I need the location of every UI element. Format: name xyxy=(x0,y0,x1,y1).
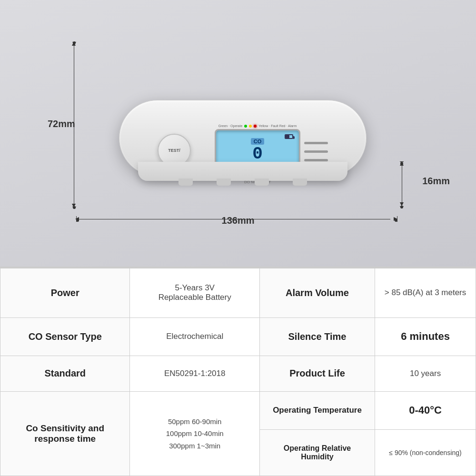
op-temp-label: Operating Temperature xyxy=(259,391,375,429)
silence-time-label: Silence Time xyxy=(259,317,375,356)
table-row: Standard EN50291-1:2018 Product Life 10 … xyxy=(0,356,476,391)
depth-dimension-line xyxy=(402,162,402,207)
width-dimension-label: 136mm xyxy=(222,215,255,226)
yellow-led xyxy=(249,125,252,128)
corner-dot-bll xyxy=(76,219,79,222)
co-label: CO xyxy=(251,138,265,145)
sensitivity-label: Co Sensitivity and response time xyxy=(0,391,130,476)
specs-table: Power 5-Years 3VReplaceable Battery Alar… xyxy=(0,268,476,476)
alarm-volume-label: Alarm Volume xyxy=(259,268,375,318)
product-life-value: 10 years xyxy=(375,356,476,391)
green-led xyxy=(244,125,247,128)
standard-value: EN50291-1:2018 xyxy=(130,356,259,391)
device-base xyxy=(138,162,347,181)
silence-time-value: 6 minutes xyxy=(375,317,476,356)
op-humidity-value: ≤ 90% (non-condensing) xyxy=(375,429,476,476)
corner-dot-brl xyxy=(395,219,397,222)
led-indicators: Green · Operate Yellow · Fault Red · Ala… xyxy=(215,124,300,128)
lcd-reading: 0 xyxy=(252,146,263,163)
red-led xyxy=(254,125,257,128)
co-sensor-value: Electrochemical xyxy=(130,317,259,356)
device-feet xyxy=(167,178,319,186)
depth-dimension-label: 16mm xyxy=(422,176,450,187)
corner-dot-bl xyxy=(73,206,76,209)
corner-dot-rb xyxy=(400,206,403,208)
specs-section: Power 5-Years 3VReplaceable Battery Alar… xyxy=(0,267,476,476)
corner-dot-tl xyxy=(73,41,76,44)
standard-label: Standard xyxy=(0,356,130,391)
power-label: Power xyxy=(0,268,130,318)
speaker-grille xyxy=(304,139,328,165)
power-value: 5-Years 3VReplaceable Battery xyxy=(130,268,259,318)
alarm-volume-value: > 85 dB(A) at 3 meters xyxy=(375,268,476,318)
sensitivity-value: 50ppm 60-90min 100ppm 10-40min 300ppm 1~… xyxy=(130,391,259,476)
height-dimension-label: 72mm xyxy=(48,119,75,129)
co-sensor-label: CO Sensor Type xyxy=(0,317,130,356)
device-illustration: Green · Operate Yellow · Fault Red · Ala… xyxy=(100,86,376,200)
op-humidity-label: Operating Relative Humidity xyxy=(259,429,375,476)
table-row: Power 5-Years 3VReplaceable Battery Alar… xyxy=(0,268,476,318)
product-image-section: 72mm Green · Operate Yellow · Fault Red … xyxy=(0,0,476,267)
corner-dot-rt xyxy=(400,162,403,165)
op-temp-value: 0-40°C xyxy=(375,391,476,429)
table-row: CO Sensor Type Electrochemical Silence T… xyxy=(0,317,476,356)
table-row: Co Sensitivity and response time 50ppm 6… xyxy=(0,391,476,429)
product-life-label: Product Life xyxy=(259,356,375,391)
